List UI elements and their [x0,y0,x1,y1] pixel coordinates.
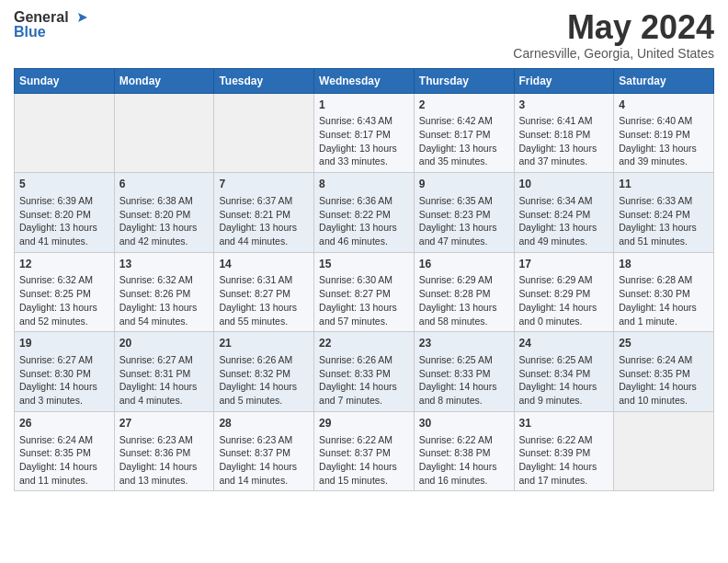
calendar-cell [614,411,714,491]
calendar-table: SundayMondayTuesdayWednesdayThursdayFrid… [14,68,714,492]
day-number: 2 [419,98,509,113]
calendar-week-row: 12Sunrise: 6:32 AMSunset: 8:25 PMDayligh… [15,252,714,332]
day-number: 9 [419,177,509,192]
day-number: 8 [319,177,409,192]
day-number: 4 [619,98,709,113]
day-number: 22 [319,336,409,351]
day-number: 27 [119,416,210,431]
page-header: General Blue May 2024 Carnesville, Georg… [14,9,714,61]
svg-marker-0 [78,13,87,22]
calendar-week-row: 19Sunrise: 6:27 AMSunset: 8:30 PMDayligh… [15,332,714,412]
calendar-cell: 29Sunrise: 6:22 AMSunset: 8:37 PMDayligh… [314,411,415,491]
day-header-saturday: Saturday [614,68,714,93]
day-number: 14 [219,257,309,272]
calendar-cell: 24Sunrise: 6:25 AMSunset: 8:34 PMDayligh… [514,332,614,412]
calendar-week-row: 26Sunrise: 6:24 AMSunset: 8:35 PMDayligh… [15,411,714,491]
day-header-monday: Monday [114,68,214,93]
calendar-cell [214,93,314,173]
calendar-cell: 28Sunrise: 6:23 AMSunset: 8:37 PMDayligh… [214,411,314,491]
calendar-cell: 18Sunrise: 6:28 AMSunset: 8:30 PMDayligh… [614,252,714,332]
day-number: 25 [619,336,709,351]
day-number: 19 [19,336,109,351]
calendar-cell [15,93,115,173]
day-number: 12 [19,257,109,272]
calendar-cell: 9Sunrise: 6:35 AMSunset: 8:23 PMDaylight… [414,173,514,253]
calendar-week-row: 1Sunrise: 6:43 AMSunset: 8:17 PMDaylight… [15,93,714,173]
calendar-cell: 19Sunrise: 6:27 AMSunset: 8:30 PMDayligh… [15,332,115,412]
day-number: 10 [519,177,609,192]
day-number: 1 [319,98,409,113]
day-number: 21 [219,336,309,351]
day-number: 11 [619,177,709,192]
calendar-cell: 11Sunrise: 6:33 AMSunset: 8:24 PMDayligh… [614,173,714,253]
calendar-cell: 26Sunrise: 6:24 AMSunset: 8:35 PMDayligh… [15,411,115,491]
calendar-cell: 2Sunrise: 6:42 AMSunset: 8:17 PMDaylight… [414,93,514,173]
day-header-friday: Friday [514,68,614,93]
calendar-cell: 1Sunrise: 6:43 AMSunset: 8:17 PMDaylight… [314,93,415,173]
calendar-cell: 23Sunrise: 6:25 AMSunset: 8:33 PMDayligh… [414,332,514,412]
calendar-cell [114,93,214,173]
logo-wordmark: General Blue [14,9,87,40]
location-subtitle: Carnesville, Georgia, United States [513,46,714,61]
day-number: 26 [19,416,109,431]
calendar-cell: 8Sunrise: 6:36 AMSunset: 8:22 PMDaylight… [314,173,415,253]
day-number: 23 [419,336,509,351]
calendar-cell: 3Sunrise: 6:41 AMSunset: 8:18 PMDaylight… [514,93,614,173]
day-number: 31 [519,416,609,431]
calendar-cell: 30Sunrise: 6:22 AMSunset: 8:38 PMDayligh… [414,411,514,491]
calendar-cell: 7Sunrise: 6:37 AMSunset: 8:21 PMDaylight… [214,173,314,253]
calendar-cell: 6Sunrise: 6:38 AMSunset: 8:20 PMDaylight… [114,173,214,253]
logo: General Blue [14,9,87,40]
calendar-cell: 31Sunrise: 6:22 AMSunset: 8:39 PMDayligh… [514,411,614,491]
day-number: 29 [319,416,409,431]
day-number: 16 [419,257,509,272]
calendar-cell: 4Sunrise: 6:40 AMSunset: 8:19 PMDaylight… [614,93,714,173]
calendar-cell: 12Sunrise: 6:32 AMSunset: 8:25 PMDayligh… [15,252,115,332]
day-number: 15 [319,257,409,272]
day-number: 18 [619,257,709,272]
day-number: 20 [119,336,210,351]
logo-blue-text: Blue [14,24,87,40]
calendar-cell: 16Sunrise: 6:29 AMSunset: 8:28 PMDayligh… [414,252,514,332]
day-number: 28 [219,416,309,431]
day-number: 13 [119,257,210,272]
day-header-sunday: Sunday [15,68,115,93]
calendar-title: May 2024 [513,9,714,46]
day-header-tuesday: Tuesday [214,68,314,93]
day-number: 7 [219,177,309,192]
calendar-cell: 27Sunrise: 6:23 AMSunset: 8:36 PMDayligh… [114,411,214,491]
calendar-header-row: SundayMondayTuesdayWednesdayThursdayFrid… [15,68,714,93]
day-number: 3 [519,98,609,113]
calendar-cell: 22Sunrise: 6:26 AMSunset: 8:33 PMDayligh… [314,332,415,412]
day-number: 30 [419,416,509,431]
calendar-cell: 13Sunrise: 6:32 AMSunset: 8:26 PMDayligh… [114,252,214,332]
calendar-cell: 5Sunrise: 6:39 AMSunset: 8:20 PMDaylight… [15,173,115,253]
day-number: 5 [19,177,109,192]
calendar-week-row: 5Sunrise: 6:39 AMSunset: 8:20 PMDaylight… [15,173,714,253]
day-number: 24 [519,336,609,351]
title-block: May 2024 Carnesville, Georgia, United St… [513,9,714,61]
calendar-cell: 15Sunrise: 6:30 AMSunset: 8:27 PMDayligh… [314,252,415,332]
day-number: 17 [519,257,609,272]
day-header-thursday: Thursday [414,68,514,93]
calendar-cell: 20Sunrise: 6:27 AMSunset: 8:31 PMDayligh… [114,332,214,412]
calendar-cell: 17Sunrise: 6:29 AMSunset: 8:29 PMDayligh… [514,252,614,332]
day-number: 6 [119,177,210,192]
calendar-cell: 10Sunrise: 6:34 AMSunset: 8:24 PMDayligh… [514,173,614,253]
calendar-cell: 21Sunrise: 6:26 AMSunset: 8:32 PMDayligh… [214,332,314,412]
calendar-cell: 25Sunrise: 6:24 AMSunset: 8:35 PMDayligh… [614,332,714,412]
calendar-cell: 14Sunrise: 6:31 AMSunset: 8:27 PMDayligh… [214,252,314,332]
day-header-wednesday: Wednesday [314,68,415,93]
